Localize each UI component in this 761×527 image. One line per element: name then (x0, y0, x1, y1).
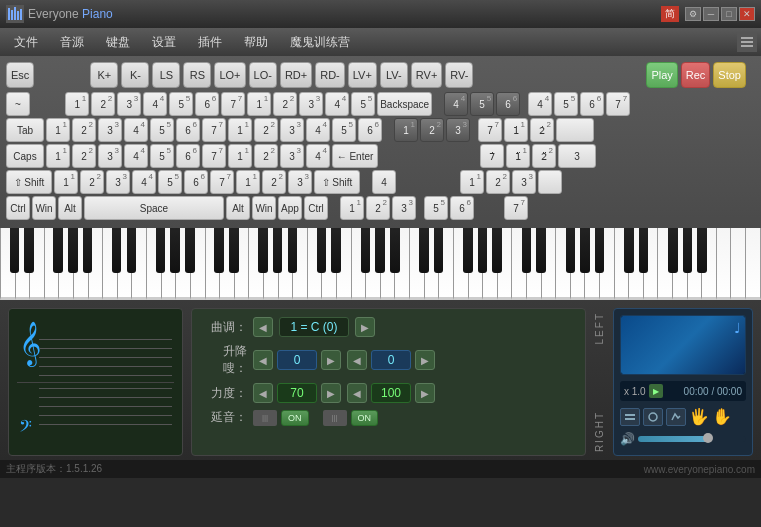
key-period[interactable]: 22 (262, 170, 286, 194)
key-backslash[interactable]: 66 (358, 118, 382, 142)
key-a[interactable]: 11 (46, 144, 70, 168)
numpad-r5-3[interactable]: 33 (392, 196, 416, 220)
pitch-right-arrow-r[interactable]: ▶ (415, 350, 435, 370)
white-key-1[interactable] (16, 228, 31, 300)
white-key-35[interactable] (512, 228, 527, 300)
rs-key[interactable]: RS (183, 62, 211, 88)
close-btn[interactable]: ✕ (739, 7, 755, 21)
numpad-r5-4[interactable]: 55 (424, 196, 448, 220)
numpad-r1-5[interactable]: 55 (554, 92, 578, 116)
rv-minus-key[interactable]: RV- (445, 62, 473, 88)
key-slash[interactable]: 33 (288, 170, 312, 194)
intensity-right-arrow-r[interactable]: ▶ (415, 383, 435, 403)
white-key-14[interactable] (206, 228, 221, 300)
numpad-r3-2[interactable]: 1̈1 (506, 144, 530, 168)
k-plus-key[interactable]: K+ (90, 62, 118, 88)
white-key-51[interactable] (746, 228, 761, 300)
play-button[interactable]: Play (646, 62, 677, 88)
key-space[interactable]: Space (84, 196, 224, 220)
white-key-37[interactable] (542, 228, 557, 300)
numpad-r1-4[interactable]: 44 (528, 92, 552, 116)
white-key-21[interactable] (308, 228, 323, 300)
numpad-r2-6[interactable]: 2̇2 (530, 118, 554, 142)
key-v[interactable]: 44 (132, 170, 156, 194)
white-key-13[interactable] (191, 228, 206, 300)
white-key-12[interactable] (176, 228, 191, 300)
menu-keyboard[interactable]: 键盘 (96, 31, 140, 54)
white-key-28[interactable] (410, 228, 425, 300)
menu-source[interactable]: 音源 (50, 31, 94, 54)
numpad-r2-3[interactable]: 33 (446, 118, 470, 142)
playback-play-btn[interactable]: ▶ (649, 384, 663, 398)
numpad-r1-3[interactable]: 66 (496, 92, 520, 116)
key-caps[interactable]: Caps (6, 144, 44, 168)
key-5[interactable]: 55 (169, 92, 193, 116)
white-key-23[interactable] (337, 228, 352, 300)
key-y[interactable]: 66 (176, 118, 200, 142)
menu-training[interactable]: 魔鬼训练营 (280, 31, 360, 54)
settings-btn[interactable]: ⚙ (685, 7, 701, 21)
hand-wave-icon[interactable]: 🖐 (689, 407, 709, 426)
white-key-4[interactable] (59, 228, 74, 300)
lo-minus-key[interactable]: LO- (249, 62, 277, 88)
key-s[interactable]: 22 (72, 144, 96, 168)
key-3[interactable]: 33 (117, 92, 141, 116)
key-d[interactable]: 33 (98, 144, 122, 168)
white-key-39[interactable] (571, 228, 586, 300)
key-shift-l[interactable]: ⇧ Shift (6, 170, 52, 194)
numpad-r1-7[interactable]: 77 (606, 92, 630, 116)
rd-plus-key[interactable]: RD+ (280, 62, 312, 88)
white-key-17[interactable] (249, 228, 264, 300)
key-o[interactable]: 22 (254, 118, 278, 142)
key-tab[interactable]: Tab (6, 118, 44, 142)
key-ctrl-l[interactable]: Ctrl (6, 196, 30, 220)
key-h[interactable]: 66 (176, 144, 200, 168)
white-key-16[interactable] (235, 228, 250, 300)
white-key-44[interactable] (644, 228, 659, 300)
white-key-31[interactable] (454, 228, 469, 300)
minimize-btn[interactable]: ─ (703, 7, 719, 21)
numpad-r4-2[interactable]: 11 (460, 170, 484, 194)
key-6[interactable]: 66 (195, 92, 219, 116)
key-win-l[interactable]: Win (32, 196, 56, 220)
white-key-22[interactable] (322, 228, 337, 300)
key-x[interactable]: 22 (80, 170, 104, 194)
menu-extra-icon[interactable] (737, 32, 757, 52)
key-n[interactable]: 66 (184, 170, 208, 194)
sustain-left-toggle-bar[interactable]: ||| (253, 410, 277, 426)
pitch-left-arrow-r[interactable]: ▶ (321, 350, 341, 370)
numpad-r2-4[interactable]: 77 (478, 118, 502, 142)
white-key-50[interactable] (731, 228, 746, 300)
key-backspace[interactable]: Backspace (377, 92, 432, 116)
white-key-15[interactable] (220, 228, 235, 300)
white-key-18[interactable] (264, 228, 279, 300)
intensity-right-arrow-l[interactable]: ◀ (347, 383, 367, 403)
key-ctrl-r[interactable]: Ctrl (304, 196, 328, 220)
key-r[interactable]: 44 (124, 118, 148, 142)
key-q[interactable]: 11 (46, 118, 70, 142)
key-f[interactable]: 44 (124, 144, 148, 168)
rd-minus-key[interactable]: RD- (315, 62, 345, 88)
numpad-r5-1[interactable]: 11 (340, 196, 364, 220)
numpad-r1-1[interactable]: 44 (444, 92, 468, 116)
white-key-25[interactable] (366, 228, 381, 300)
white-key-2[interactable] (30, 228, 45, 300)
key-t[interactable]: 55 (150, 118, 174, 142)
key-c[interactable]: 33 (106, 170, 130, 194)
key-l[interactable]: 22 (254, 144, 278, 168)
white-key-33[interactable] (483, 228, 498, 300)
white-key-41[interactable] (600, 228, 615, 300)
menu-settings[interactable]: 设置 (142, 31, 186, 54)
lv-plus-key[interactable]: LV+ (348, 62, 377, 88)
numpad-r5-2[interactable]: 22 (366, 196, 390, 220)
key-p[interactable]: 33 (280, 118, 304, 142)
numpad-r5-6[interactable]: 77 (504, 196, 528, 220)
key-j[interactable]: 77 (202, 144, 226, 168)
numpad-r1-6[interactable]: 66 (580, 92, 604, 116)
white-key-40[interactable] (585, 228, 600, 300)
key-m[interactable]: 77 (210, 170, 234, 194)
ls-key[interactable]: LS (152, 62, 180, 88)
key-arrow-left[interactable]: ◀ (253, 317, 273, 337)
fx-btn-2[interactable] (643, 408, 663, 426)
white-key-5[interactable] (74, 228, 89, 300)
